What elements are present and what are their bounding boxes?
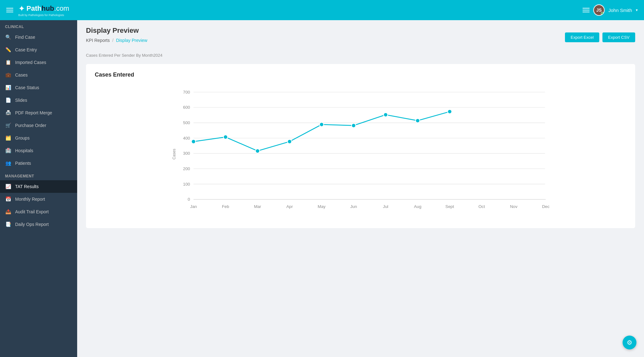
sidebar-item-label-case-entry: Case Entry bbox=[15, 47, 37, 52]
logo-domain: .com bbox=[54, 4, 69, 12]
sidebar-item-patients[interactable]: 👥Patients bbox=[0, 157, 77, 170]
nav-left: ✦ Pathhub.com Built by Pathologists for … bbox=[6, 4, 69, 17]
sidebar-item-imported-cases[interactable]: 📋Imported Cases bbox=[0, 56, 77, 69]
sidebar-section-label: Clinical bbox=[0, 20, 77, 31]
sidebar: Clinical🔍Find Case✏️Case Entry📋Imported … bbox=[0, 20, 77, 357]
nav-right: JS John Smith ▾ bbox=[583, 4, 638, 16]
sidebar-item-label-pdf-report-merge: PDF Report Merge bbox=[15, 110, 52, 115]
sidebar-item-hospitals[interactable]: 🏥Hospitals bbox=[0, 144, 77, 157]
sidebar-item-label-slides: Slides bbox=[15, 98, 27, 103]
sidebar-item-label-audit-trail-export: Audit Trail Export bbox=[15, 209, 49, 214]
data-point-jul bbox=[384, 113, 388, 117]
svg-text:May: May bbox=[318, 204, 326, 209]
sidebar-item-label-tat-results: TAT Results bbox=[15, 184, 39, 189]
sidebar-item-label-groups: Groups bbox=[15, 135, 30, 141]
sidebar-item-label-purchase-order: Purchase Order bbox=[15, 123, 46, 128]
svg-text:600: 600 bbox=[183, 105, 190, 110]
svg-text:Nov: Nov bbox=[510, 204, 518, 209]
page-title: Display Preview bbox=[86, 26, 147, 35]
monthly-report-icon: 📅 bbox=[5, 196, 11, 202]
user-menu-dropdown-icon[interactable]: ▾ bbox=[636, 8, 638, 12]
pdf-report-merge-icon: 🖨️ bbox=[5, 110, 11, 116]
sidebar-item-monthly-report[interactable]: 📅Monthly Report bbox=[0, 193, 77, 205]
sidebar-item-label-case-status: Case Status bbox=[15, 85, 39, 90]
tat-results-icon: 📈 bbox=[5, 184, 11, 189]
sidebar-item-label-cases: Cases bbox=[15, 72, 28, 78]
data-point-jun bbox=[351, 124, 356, 128]
toolbar: Display Preview KPI Reports / Display Pr… bbox=[86, 26, 635, 48]
daily-ops-report-icon: 📑 bbox=[5, 222, 11, 227]
svg-text:400: 400 bbox=[183, 136, 190, 141]
data-point-feb bbox=[224, 135, 228, 139]
sidebar-item-find-case[interactable]: 🔍Find Case bbox=[0, 31, 77, 43]
sidebar-item-label-daily-ops-report: Daily Ops Report bbox=[15, 222, 49, 227]
svg-text:Jul: Jul bbox=[383, 204, 388, 209]
toolbar-right: Export Excel Export CSV bbox=[565, 32, 635, 42]
chart-section: Cases Entered Cases bbox=[86, 64, 635, 228]
sidebar-item-case-status[interactable]: 📊Case Status bbox=[0, 81, 77, 94]
breadcrumb-separator: / bbox=[112, 38, 113, 43]
sidebar-item-case-entry[interactable]: ✏️Case Entry bbox=[0, 43, 77, 56]
menu-icon[interactable] bbox=[6, 8, 13, 12]
data-point-aug bbox=[416, 118, 420, 123]
purchase-order-icon: 🛒 bbox=[5, 123, 11, 128]
toolbar-left: Display Preview KPI Reports / Display Pr… bbox=[86, 26, 147, 48]
svg-text:Aug: Aug bbox=[414, 204, 421, 209]
svg-text:Feb: Feb bbox=[222, 204, 229, 209]
breadcrumb-current: Display Preview bbox=[116, 38, 147, 43]
sidebar-item-audit-trail-export[interactable]: 📤Audit Trail Export bbox=[0, 205, 77, 218]
report-subtitle: Cases Entered Per Sender By Month2024 bbox=[86, 53, 635, 58]
layout: Clinical🔍Find Case✏️Case Entry📋Imported … bbox=[0, 20, 644, 357]
svg-text:Cases: Cases bbox=[172, 149, 176, 159]
nav-menu-icon[interactable] bbox=[583, 8, 590, 12]
sidebar-item-purchase-order[interactable]: 🛒Purchase Order bbox=[0, 119, 77, 132]
sidebar-item-label-monthly-report: Monthly Report bbox=[15, 197, 45, 202]
export-csv-button[interactable]: Export CSV bbox=[602, 32, 635, 42]
cases-icon: 💼 bbox=[5, 72, 11, 78]
groups-icon: 🗂️ bbox=[5, 135, 11, 141]
avatar-status-badge bbox=[601, 12, 604, 15]
sidebar-item-tat-results[interactable]: 📈TAT Results bbox=[0, 180, 77, 193]
find-case-icon: 🔍 bbox=[5, 34, 11, 40]
settings-fab[interactable]: ⚙ bbox=[623, 336, 636, 349]
sidebar-item-slides[interactable]: 📄Slides bbox=[0, 94, 77, 107]
svg-text:0: 0 bbox=[188, 197, 190, 202]
logo-symbol: ✦ bbox=[18, 4, 25, 14]
chart-title: Cases Entered bbox=[95, 72, 626, 78]
chart-container: Cases 0 100 200 300 bbox=[95, 84, 626, 218]
svg-text:700: 700 bbox=[183, 90, 190, 95]
logo-subtitle: Built by Pathologists for Pathologists bbox=[18, 14, 64, 17]
logo-text: Pathhub.com bbox=[26, 5, 69, 12]
svg-text:Oct: Oct bbox=[478, 204, 485, 209]
slides-icon: 📄 bbox=[5, 97, 11, 103]
user-name: John Smith bbox=[608, 8, 632, 13]
export-excel-button[interactable]: Export Excel bbox=[565, 32, 599, 42]
svg-text:500: 500 bbox=[183, 120, 190, 125]
imported-cases-icon: 📋 bbox=[5, 60, 11, 65]
sidebar-section-label: Management bbox=[0, 170, 77, 180]
sidebar-item-pdf-report-merge[interactable]: 🖨️PDF Report Merge bbox=[0, 107, 77, 119]
svg-text:100: 100 bbox=[183, 182, 190, 187]
main-content: Display Preview KPI Reports / Display Pr… bbox=[77, 20, 644, 357]
breadcrumb-parent[interactable]: KPI Reports bbox=[86, 38, 110, 43]
sidebar-item-daily-ops-report[interactable]: 📑Daily Ops Report bbox=[0, 218, 77, 231]
data-point-apr bbox=[288, 140, 292, 144]
sidebar-item-label-patients: Patients bbox=[15, 161, 31, 166]
svg-text:Sept: Sept bbox=[445, 204, 454, 209]
svg-text:300: 300 bbox=[183, 151, 190, 156]
logo-hub: hub bbox=[42, 4, 54, 12]
breadcrumb: KPI Reports / Display Preview bbox=[86, 38, 147, 43]
audit-trail-export-icon: 📤 bbox=[5, 209, 11, 215]
svg-text:Dec: Dec bbox=[542, 204, 550, 209]
sidebar-item-label-find-case: Find Case bbox=[15, 35, 35, 40]
sidebar-item-cases[interactable]: 💼Cases bbox=[0, 69, 77, 81]
hospitals-icon: 🏥 bbox=[5, 148, 11, 153]
svg-text:Apr: Apr bbox=[286, 204, 293, 209]
sidebar-item-groups[interactable]: 🗂️Groups bbox=[0, 132, 77, 144]
svg-text:Jan: Jan bbox=[190, 204, 197, 209]
svg-text:200: 200 bbox=[183, 166, 190, 171]
svg-text:Mar: Mar bbox=[254, 204, 261, 209]
data-point-may bbox=[320, 122, 324, 126]
sidebar-item-label-imported-cases: Imported Cases bbox=[15, 60, 46, 65]
case-entry-icon: ✏️ bbox=[5, 47, 11, 53]
